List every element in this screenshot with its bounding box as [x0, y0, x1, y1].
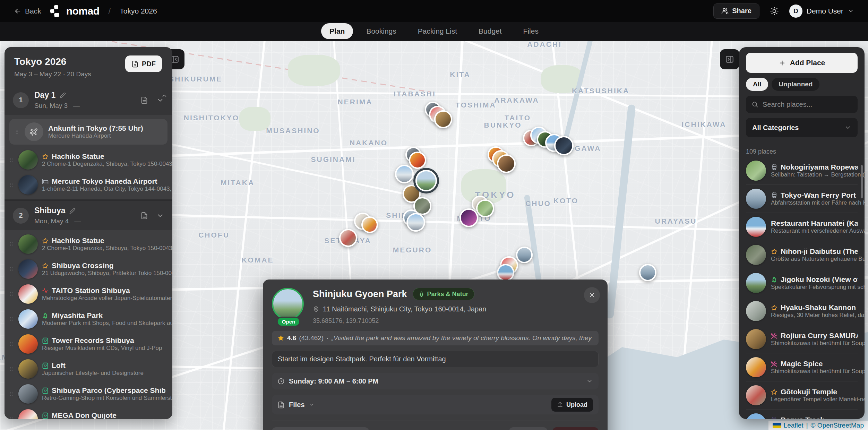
- map-marker[interactable]: [459, 208, 478, 227]
- drag-handle[interactable]: [9, 416, 14, 419]
- drag-handle[interactable]: [9, 266, 14, 272]
- brand-logo[interactable]: nomad: [50, 5, 100, 17]
- file-down-icon: [131, 60, 139, 68]
- map-marker[interactable]: [409, 152, 426, 169]
- places-count: 109 places: [746, 148, 858, 155]
- place-list-item[interactable]: Jigoku Nozoki (View of Hell) Spektakulär…: [746, 269, 858, 297]
- map-marker[interactable]: [554, 136, 574, 155]
- rating-bar: 4.6 (43.462) · „Visited the park and was…: [272, 331, 599, 345]
- map-marker[interactable]: [639, 264, 656, 281]
- place-list-item[interactable]: Tokyo-Wan Ferry Port Kuriha... Abfahrtss…: [746, 185, 858, 213]
- itinerary-place-row[interactable]: Tower Records Shibuya Riesiger Musiklade…: [5, 332, 172, 356]
- leaflet-link[interactable]: Leaflet: [784, 422, 803, 429]
- drag-handle[interactable]: [14, 129, 20, 135]
- upload-button[interactable]: Upload: [551, 398, 593, 412]
- note-input[interactable]: [272, 351, 599, 367]
- day-notes-button[interactable]: [140, 212, 148, 220]
- day-header[interactable]: 2 Shibuya Mon, May 4 —: [5, 201, 172, 230]
- top-bar: Back nomad / Tokyo 2026 Share D Demo Use…: [0, 0, 868, 22]
- itinerary-place-row[interactable]: Mercure Tokyo Haneda Airport 1-chōme-2-1…: [5, 172, 172, 197]
- itinerary-place-row[interactable]: Shibuya Parco (Cyberspace Shibuya) Retro…: [5, 381, 172, 406]
- files-row[interactable]: Files Upload: [272, 395, 599, 414]
- filetext-icon: [140, 212, 148, 220]
- tab-plan[interactable]: Plan: [321, 23, 353, 39]
- map-marker[interactable]: [516, 247, 533, 263]
- filter-all[interactable]: All: [746, 78, 768, 91]
- place-list-item[interactable]: Nihon-ji Daibutsu (The Great ... Größte …: [746, 241, 858, 269]
- itinerary-place-row[interactable]: Miyashita Park Moderner Park mit Shops, …: [5, 307, 172, 332]
- drag-handle[interactable]: [9, 366, 14, 372]
- scrollbar-thumb[interactable]: [861, 165, 863, 198]
- place-list-item[interactable]: Gōtokuji Temple Legendärer Tempel voller…: [746, 381, 858, 410]
- opening-hours-row[interactable]: Sunday: 9:00 AM – 6:00 PM: [272, 373, 599, 389]
- place-list-item[interactable]: Nokogiriyama Ropeway Sum... Seilbahn: Ta…: [746, 157, 858, 185]
- places-panel: Add Place AllUnplanned All Categories 10…: [739, 47, 865, 419]
- dots-icon: [9, 341, 14, 347]
- map-marker[interactable]: [497, 264, 514, 281]
- drag-handle[interactable]: [9, 291, 14, 297]
- osm-link[interactable]: © OpenStreetMap: [811, 422, 864, 429]
- place-list-item[interactable]: Magic Spice Shimokitazawa ist berühmt fü…: [746, 353, 858, 381]
- tab-budget[interactable]: Budget: [470, 23, 510, 39]
- tab-bookings[interactable]: Bookings: [358, 23, 404, 39]
- drag-handle[interactable]: [9, 341, 14, 347]
- itinerary-place-row[interactable]: TAITO Station Shibuya Mehrstöckige Arcad…: [5, 282, 172, 307]
- itinerary-place-row[interactable]: Hachiko Statue 2 Chome-1 Dogenzaka, Shib…: [5, 147, 172, 172]
- category-dropdown[interactable]: All Categories: [746, 118, 858, 137]
- edit-day-button[interactable]: [60, 92, 66, 98]
- collapse-right-panel-button[interactable]: [720, 49, 739, 69]
- export-pdf-button[interactable]: PDF: [125, 55, 162, 72]
- map-marker[interactable]: [339, 229, 357, 247]
- filetext-icon: [140, 96, 148, 104]
- filter-unplanned[interactable]: Unplanned: [772, 78, 819, 91]
- place-title: Shibuya Crossing: [52, 261, 114, 270]
- itinerary-place-row[interactable]: Loft Japanischer Lifestyle- und Designst…: [5, 356, 172, 381]
- map-marker[interactable]: [361, 216, 378, 233]
- theme-toggle-button[interactable]: [770, 7, 779, 16]
- place-title: Mercure Tokyo Haneda Airport: [52, 177, 157, 186]
- map-marker[interactable]: [434, 110, 452, 128]
- tab-files[interactable]: Files: [515, 23, 547, 39]
- map-marker[interactable]: [476, 199, 494, 217]
- back-button[interactable]: Back: [14, 7, 41, 15]
- place-thumbnail: [18, 384, 38, 404]
- open-google-maps-button[interactable]: Open in Google Maps: [272, 427, 369, 430]
- map-marker[interactable]: [406, 213, 425, 232]
- chevron-down-icon: [848, 8, 854, 14]
- edit-day-button[interactable]: [69, 207, 76, 214]
- collapse-day-button[interactable]: [156, 212, 164, 220]
- search-box: [746, 96, 858, 113]
- user-menu[interactable]: D Demo User: [789, 5, 854, 18]
- utensils-icon: [771, 361, 777, 367]
- map-marker[interactable]: [395, 165, 414, 183]
- place-list-item[interactable]: Bonus Track Modernes, dörfliches Café-Ar…: [746, 410, 858, 419]
- map-marker-selected[interactable]: [415, 170, 437, 191]
- drag-handle[interactable]: [9, 157, 14, 163]
- scroll-up-indicator[interactable]: [161, 92, 167, 99]
- tram-icon: [771, 164, 777, 171]
- close-card-button[interactable]: [584, 287, 600, 303]
- place-list-item[interactable]: Hyaku-Shaku Kannon Riesiges, 30 Meter ho…: [746, 297, 858, 325]
- itinerary-place-row[interactable]: Hachiko Statue 2 Chome-1 Dogenzaka, Shib…: [5, 232, 172, 257]
- add-place-button[interactable]: Add Place: [746, 53, 858, 73]
- map-marker[interactable]: [497, 154, 516, 173]
- bag-icon: [42, 337, 49, 344]
- clock-icon: [277, 378, 285, 385]
- place-list-item[interactable]: Restaurant Harunatei (Kanaya Po... Resta…: [746, 213, 858, 241]
- waypoint-card[interactable]: Ankunft in Tokyo (7:55 Uhr) Mercure Hane…: [9, 119, 167, 145]
- tab-packing-list[interactable]: Packing List: [410, 23, 465, 39]
- day-notes-button[interactable]: [140, 96, 148, 104]
- delete-button[interactable]: Delete: [552, 427, 599, 430]
- drag-handle[interactable]: [9, 241, 14, 247]
- itinerary-place-row[interactable]: MEGA Don Quijote Chaotischer 24h-Discoun…: [5, 406, 172, 419]
- leaflet-flag-icon: [773, 423, 781, 428]
- day-header[interactable]: 1 Day 1 Sun, May 3 —: [5, 85, 172, 115]
- drag-handle[interactable]: [9, 182, 14, 188]
- search-input[interactable]: [763, 101, 854, 109]
- place-list-item[interactable]: Rojiura Curry SAMURAI. Shim... Shimokita…: [746, 325, 858, 353]
- drag-handle[interactable]: [9, 391, 14, 397]
- share-button[interactable]: Share: [713, 3, 759, 19]
- itinerary-place-row[interactable]: Shibuya Crossing 21 Udagawacho, Shibuya,…: [5, 257, 172, 282]
- edit-button[interactable]: Edit: [509, 427, 548, 430]
- drag-handle[interactable]: [9, 316, 14, 322]
